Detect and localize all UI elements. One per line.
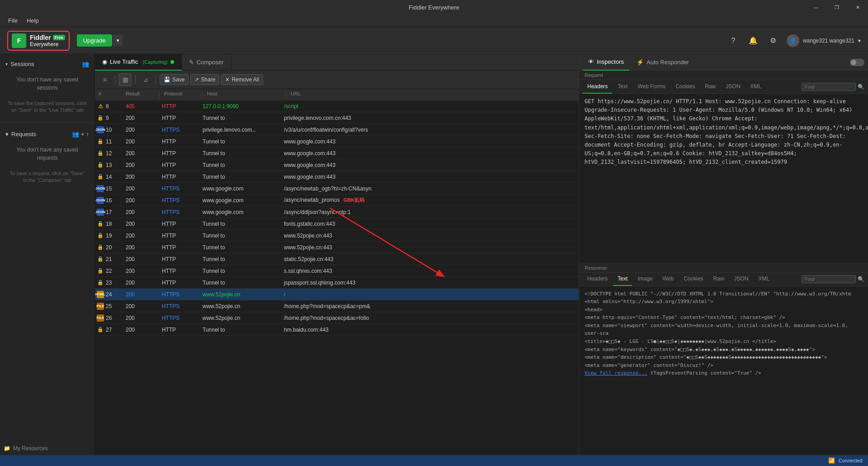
response-section: Response Headers Text Image Web Cookies … xyxy=(579,263,868,456)
requests-import-icon[interactable]: 👥 xyxy=(72,131,79,138)
view-full-response-link[interactable]: View full response... xyxy=(585,370,647,376)
response-subtab-web[interactable]: Web xyxy=(658,272,678,286)
request-content: GET https://www.52pojie.cn/ HTTP/1.1 Hos… xyxy=(579,94,868,263)
upgrade-button[interactable]: Upgrade xyxy=(77,34,112,47)
table-row[interactable]: JSON10 200 HTTPS privilege.lenovo.com...… xyxy=(95,124,579,136)
col-header-protocol[interactable]: Protocol xyxy=(160,91,201,98)
tab-composer[interactable]: ✎ Composer xyxy=(182,54,231,71)
brand-name: Fiddler Free xyxy=(30,34,65,41)
notification-icon[interactable]: 🔔 xyxy=(747,34,760,47)
tab-live-traffic[interactable]: ◉ Live Traffic (Capturing) xyxy=(95,54,182,71)
my-resources-icon: 📁 xyxy=(4,445,10,452)
requests-add-icon[interactable]: + xyxy=(81,131,85,138)
sessions-section-header[interactable]: ▾ Sessions 👥 xyxy=(4,58,91,70)
table-row[interactable]: FILE26 200 HTTPS www.52pojie.cn /home.ph… xyxy=(95,312,579,324)
table-row[interactable]: 🔒18 200 HTTP Tunnel to fonts.gstatic.com… xyxy=(95,218,579,230)
toggle-knob[interactable] xyxy=(850,59,864,66)
table-row[interactable]: 🔒21 200 HTTP Tunnel to static.52pojie.cn… xyxy=(95,253,579,265)
col-header-url[interactable]: URL xyxy=(287,91,579,98)
request-find-icon[interactable]: 🔍 xyxy=(858,84,864,90)
requests-export-icon[interactable]: ↑ xyxy=(86,131,90,138)
menu-file[interactable]: File xyxy=(4,15,22,26)
table-row[interactable]: 🔒9 200 HTTP Tunnel to privilege.lenovo.c… xyxy=(95,112,579,124)
lock-icon: 🔒 xyxy=(97,279,104,286)
tab-auto-responder[interactable]: ⚡ Auto Responder xyxy=(631,54,694,71)
row-host: www.52pojie.cn xyxy=(199,303,280,309)
table-row[interactable]: JSON15 200 HTTPS www.google.com /async/n… xyxy=(95,183,579,195)
row-result: 200 xyxy=(122,150,158,157)
sessions-add-icon[interactable]: 👥 xyxy=(82,61,89,67)
row-protocol: HTTP xyxy=(158,244,199,251)
close-button[interactable]: ✕ xyxy=(847,0,868,14)
share-button[interactable]: ↗ Share xyxy=(190,74,219,85)
tab-inspectors[interactable]: 👁 Inspectors xyxy=(583,54,629,71)
row-protocol: HTTPS xyxy=(158,303,199,309)
row-url: www.google.com:443 xyxy=(280,150,579,157)
response-subtab-raw[interactable]: Raw xyxy=(709,272,729,286)
table-row[interactable]: 🔒12 200 HTTP Tunnel to www.google.com:44… xyxy=(95,147,579,159)
row-url: /v3/a/u/conf/floatwin/config/all?vers xyxy=(280,127,579,133)
request-subtab-webforms[interactable]: Web Forms xyxy=(633,80,670,94)
maximize-button[interactable]: ❐ xyxy=(826,0,847,14)
table-row[interactable]: HTML24 200 HTTPS www.52pojie.cn / xyxy=(95,289,579,300)
response-subtab-xml[interactable]: XML xyxy=(754,272,774,286)
gbk-label: GBK乱码 xyxy=(343,197,364,203)
table-row[interactable]: 🔒22 200 HTTP Tunnel to s.ssl.qhres.com:4… xyxy=(95,265,579,277)
main-layout: ▾ Sessions 👥 You don't have any saved se… xyxy=(0,54,868,455)
request-subtab-xml[interactable]: XML xyxy=(746,80,766,94)
request-subtab-text[interactable]: Text xyxy=(613,80,632,94)
requests-section-header[interactable]: ▾ Requests 👥 + ↑ xyxy=(4,128,91,140)
response-subtab-text[interactable]: Text xyxy=(613,272,632,286)
row-result: 200 xyxy=(122,197,158,204)
menubar: File Help xyxy=(0,14,868,27)
table-row[interactable]: 🔒13 200 HTTP Tunnel to www.google.com:44… xyxy=(95,159,579,171)
minimize-button[interactable]: — xyxy=(806,0,826,14)
col-divider-1[interactable] xyxy=(159,91,160,98)
selected-view-button[interactable]: ▦ xyxy=(119,73,132,86)
request-find-input[interactable] xyxy=(802,83,856,91)
table-row[interactable]: 🔒14 200 HTTP Tunnel to www.google.com:44… xyxy=(95,171,579,183)
filter-button[interactable]: ⊿ xyxy=(139,73,152,86)
capturing-dot xyxy=(170,60,174,64)
row-protocol: HTTP xyxy=(158,174,199,180)
table-row[interactable]: 🔒27 200 HTTP Tunnel to hm.baidu.com:443 xyxy=(95,324,579,336)
col-divider-3[interactable] xyxy=(286,91,286,98)
settings-icon[interactable]: ⚙ xyxy=(767,34,779,47)
row-protocol: HTTPS xyxy=(158,185,199,192)
response-find-input[interactable] xyxy=(802,275,856,283)
upgrade-dropdown-button[interactable]: ▾ xyxy=(113,35,123,46)
table-row[interactable]: 🔒20 200 HTTP Tunnel to www.52pojie.cn:44… xyxy=(95,242,579,253)
table-row[interactable]: JSON17 200 HTTPS www.google.com /async/d… xyxy=(95,206,579,218)
response-subtab-image[interactable]: Image xyxy=(633,272,657,286)
col-header-host[interactable]: Host xyxy=(203,91,285,98)
request-subtab-raw[interactable]: Raw xyxy=(701,80,721,94)
table-row[interactable]: JSON16 200 HTTPS www.google.com /async/n… xyxy=(95,195,579,206)
response-line: <meta name="generator" content="Discuz!"… xyxy=(585,361,863,370)
table-row[interactable]: 🔒11 200 HTTP Tunnel to www.google.com:44… xyxy=(95,136,579,147)
col-divider-2[interactable] xyxy=(202,91,203,98)
request-subtab-headers[interactable]: Headers xyxy=(583,80,612,94)
request-subtab-cookies[interactable]: Cookies xyxy=(671,80,699,94)
row-protocol: HTTP xyxy=(158,268,199,274)
table-row[interactable]: ⚠8 405 HTTP 127.0.0.1:9090 /script xyxy=(95,100,579,112)
hamburger-button[interactable]: ≡ xyxy=(99,73,111,86)
response-subtab-json[interactable]: JSON xyxy=(730,272,753,286)
col-header-result[interactable]: Result xyxy=(122,91,158,98)
toolbar-sep-2 xyxy=(135,75,136,84)
user-area[interactable]: 👤 wange321 wange321 ▾ xyxy=(787,34,861,47)
response-subtab-cookies[interactable]: Cookies xyxy=(679,272,708,286)
response-find-icon[interactable]: 🔍 xyxy=(858,276,864,282)
row-result: 200 xyxy=(122,280,158,286)
my-resources-button[interactable]: 📁 My Resources xyxy=(4,445,91,452)
row-num: 🔒12 xyxy=(95,150,122,157)
save-button[interactable]: 💾 Save xyxy=(160,74,189,85)
row-result: 200 xyxy=(122,209,158,215)
table-row[interactable]: 🔒19 200 HTTP Tunnel to www.52pojie.cn:44… xyxy=(95,230,579,242)
table-row[interactable]: 🔒23 200 HTTP Tunnel to jspassport.ssl.qh… xyxy=(95,277,579,289)
help-icon[interactable]: ? xyxy=(727,34,740,47)
table-row[interactable]: FILE25 200 HTTPS www.52pojie.cn /home.ph… xyxy=(95,300,579,312)
menu-help[interactable]: Help xyxy=(22,15,43,26)
response-subtab-headers[interactable]: Headers xyxy=(583,272,612,286)
request-subtab-json[interactable]: JSON xyxy=(722,80,745,94)
remove-all-button[interactable]: ✕ Remove All xyxy=(221,74,263,85)
